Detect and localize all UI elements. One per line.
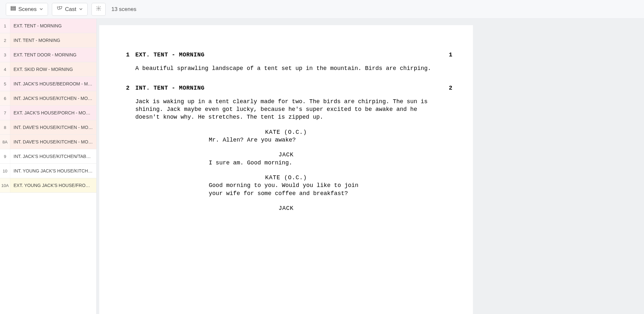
- scene-number-right: 1: [437, 51, 452, 59]
- cast-label: Cast: [65, 6, 76, 13]
- dialogue-block: KATE (O.C.)Mr. Allen? Are you awake?: [135, 128, 437, 144]
- scene-number-left: 2: [120, 84, 135, 92]
- sidebar-scene-row[interactable]: 4EXT. SKID ROW - MORNING: [0, 62, 96, 77]
- slugline: 2INT. TENT - MORNING2: [120, 84, 452, 92]
- action-text: Jack is waking up in a tent clearly made…: [135, 98, 437, 121]
- dialogue-text: Good morning to you. Would you like to j…: [209, 182, 363, 197]
- sidebar-scene-row[interactable]: 3EXT. TENT DOOR - MORNING: [0, 48, 96, 62]
- scene-number: 2: [0, 33, 10, 47]
- scene-number: 8: [0, 120, 10, 134]
- character-name: JACK: [135, 204, 437, 212]
- scene-title: INT. JACK'S HOUSE/KITCHEN/TABLE - DAY: [10, 154, 96, 159]
- svg-rect-0: [11, 6, 15, 7]
- dialogue-text: Mr. Allen? Are you awake?: [209, 136, 363, 144]
- chevron-down-icon: [39, 6, 43, 13]
- slugline-text: INT. TENT - MORNING: [135, 84, 437, 92]
- character-name: KATE (O.C.): [135, 174, 437, 182]
- action-text: A beautiful sprawling landscape of a ten…: [135, 64, 437, 72]
- slugline-text: EXT. TENT - MORNING: [135, 51, 437, 59]
- list-icon: [11, 6, 16, 13]
- dialogue-block: JACKI sure am. Good morning.: [135, 151, 437, 167]
- main: 1EXT. TENT - MORNING2INT. TENT - MORNING…: [0, 19, 644, 314]
- scene-title: INT. DAVE'S HOUSE/KITCHEN - MORNING: [10, 139, 96, 144]
- scene-title: INT. YOUNG JACK'S HOUSE/KITCHEN/TABLE - …: [10, 168, 96, 173]
- scene-title: EXT. YOUNG JACK'S HOUSE/FRONT LAWN - D…: [10, 183, 96, 188]
- cast-dropdown[interactable]: Cast: [52, 3, 88, 16]
- scene-number: 8A: [0, 135, 10, 149]
- scene-title: INT. JACK'S HOUSE/BEDROOM - MORNING: [10, 81, 96, 86]
- scene-number: 3: [0, 48, 10, 62]
- scene-title: EXT. TENT - MORNING: [10, 23, 65, 28]
- character-name: JACK: [135, 151, 437, 159]
- sidebar-scene-row[interactable]: 10AEXT. YOUNG JACK'S HOUSE/FRONT LAWN - …: [0, 178, 96, 193]
- masks-icon: [57, 6, 62, 13]
- chevron-down-icon: [79, 6, 83, 13]
- svg-rect-2: [11, 9, 15, 10]
- sidebar-scene-row[interactable]: 9INT. JACK'S HOUSE/KITCHEN/TABLE - DAY: [0, 149, 96, 164]
- scene-title: EXT. JACK'S HOUSE/PORCH - MORNING: [10, 110, 96, 115]
- scene-number: 9: [0, 149, 10, 163]
- scene-title: INT. TENT - MORNING: [10, 38, 63, 43]
- scene-title: EXT. SKID ROW - MORNING: [10, 67, 76, 72]
- scene-number: 10: [0, 164, 10, 178]
- svg-point-3: [98, 8, 99, 9]
- character-name: KATE (O.C.): [135, 128, 437, 136]
- sidebar-scene-row[interactable]: 10INT. YOUNG JACK'S HOUSE/KITCHEN/TABLE …: [0, 164, 96, 178]
- settings-button[interactable]: [91, 3, 106, 16]
- sidebar-scene-row[interactable]: 5INT. JACK'S HOUSE/BEDROOM - MORNING: [0, 77, 96, 91]
- gear-icon: [96, 5, 101, 13]
- scene-title: INT. DAVE'S HOUSE/KITCHEN - MORNING: [10, 125, 96, 130]
- scene-number: 6: [0, 91, 10, 105]
- dialogue-block: JACK: [135, 204, 437, 212]
- scene-number: 5: [0, 77, 10, 91]
- sidebar-scene-row[interactable]: 6INT. JACK'S HOUSE/KITCHEN - MORNING: [0, 91, 96, 106]
- scene-title: EXT. TENT DOOR - MORNING: [10, 52, 80, 57]
- sidebar-scene-row[interactable]: 2INT. TENT - MORNING: [0, 33, 96, 48]
- scenes-label: Scenes: [18, 6, 37, 13]
- scene-number: 7: [0, 106, 10, 120]
- slugline: 1EXT. TENT - MORNING1: [120, 51, 452, 59]
- scene-number: 1: [0, 19, 10, 33]
- scene-number-right: 2: [437, 84, 452, 92]
- dialogue-block: KATE (O.C.)Good morning to you. Would yo…: [135, 174, 437, 197]
- script-page: 1EXT. TENT - MORNING1A beautiful sprawli…: [99, 25, 473, 314]
- scene-number-left: 1: [120, 51, 135, 59]
- script-viewport[interactable]: 1EXT. TENT - MORNING1A beautiful sprawli…: [97, 19, 644, 314]
- script-scene: 1EXT. TENT - MORNING1A beautiful sprawli…: [120, 51, 452, 73]
- scene-number: 10A: [0, 178, 10, 192]
- scene-count: 13 scenes: [111, 6, 137, 13]
- script-scene: 2INT. TENT - MORNING2Jack is waking up i…: [120, 84, 452, 212]
- toolbar: Scenes Cast 13 scenes: [0, 0, 644, 19]
- scene-sidebar[interactable]: 1EXT. TENT - MORNING2INT. TENT - MORNING…: [0, 19, 97, 314]
- scene-title: INT. JACK'S HOUSE/KITCHEN - MORNING: [10, 96, 96, 101]
- scene-number: 4: [0, 62, 10, 76]
- scenes-dropdown[interactable]: Scenes: [6, 3, 48, 16]
- sidebar-scene-row[interactable]: 8AINT. DAVE'S HOUSE/KITCHEN - MORNING: [0, 135, 96, 149]
- svg-rect-1: [11, 8, 15, 9]
- sidebar-scene-row[interactable]: 7EXT. JACK'S HOUSE/PORCH - MORNING: [0, 106, 96, 120]
- sidebar-scene-row[interactable]: 8INT. DAVE'S HOUSE/KITCHEN - MORNING: [0, 120, 96, 135]
- sidebar-scene-row[interactable]: 1EXT. TENT - MORNING: [0, 19, 96, 33]
- dialogue-text: I sure am. Good morning.: [209, 159, 363, 167]
